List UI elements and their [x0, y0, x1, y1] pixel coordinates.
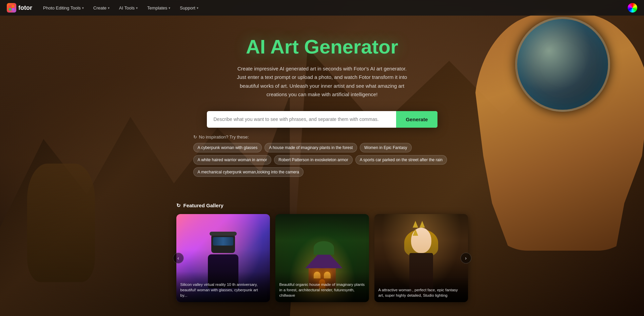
- chevron-down-icon: ▾: [82, 6, 84, 10]
- gallery-card-1[interactable]: Beautiful organic house made of imaginar…: [275, 214, 369, 302]
- gallery-grid: Silicon valley virtual reality 10 th ann…: [176, 214, 468, 302]
- inspiration-label: ↻ No inspiration? Try these:: [193, 134, 451, 140]
- tag-0[interactable]: A cyberpunk woman with glasses: [193, 143, 262, 152]
- svg-rect-0: [9, 5, 11, 7]
- chevron-down-icon: ▾: [169, 6, 170, 10]
- svg-rect-2: [9, 8, 11, 10]
- gallery-title-text: Featured Gallery: [183, 203, 223, 208]
- logo-icon: [7, 3, 16, 13]
- nav-ai-tools-label: AI Tools: [119, 5, 135, 10]
- search-container: Generate: [207, 111, 437, 128]
- color-wheel-icon[interactable]: [628, 3, 637, 13]
- nav-ai-tools[interactable]: AI Tools ▾: [115, 3, 142, 13]
- generate-button[interactable]: Generate: [396, 111, 437, 128]
- nav-support-label: Support: [180, 5, 195, 10]
- hero-content: AI Art Generator Create impressive AI ge…: [170, 16, 475, 190]
- gallery-card-2[interactable]: A attractive woman , perfect face, epic …: [374, 214, 468, 302]
- gallery-wrapper: ‹ Silicon valley virtual reality 10: [176, 214, 468, 302]
- gallery-refresh-icon[interactable]: ↻: [176, 203, 181, 209]
- svg-rect-1: [12, 5, 14, 7]
- tag-4[interactable]: Robert Patterson in exoskeleton armor: [274, 155, 352, 165]
- vr-headset: [211, 234, 235, 253]
- hero-subtitle: Create impressive AI generated art in se…: [234, 64, 410, 99]
- tag-1[interactable]: A house made of imaginary plants in the …: [265, 143, 357, 152]
- nav-templates[interactable]: Templates ▾: [143, 3, 174, 13]
- inspiration-text: No inspiration? Try these:: [199, 134, 249, 140]
- logo-text: fotor: [18, 4, 32, 12]
- tag-3[interactable]: A white haired warrior woman in armor: [193, 155, 272, 165]
- astronaut-helmet: [515, 17, 610, 112]
- tags-row: A cyberpunk woman with glasses A house m…: [193, 143, 451, 177]
- nav-create-label: Create: [93, 5, 106, 10]
- tag-2[interactable]: Women in Epic Fantasy: [360, 143, 412, 152]
- tag-6[interactable]: A mechanical cyberpunk woman,looking int…: [193, 167, 304, 177]
- prompt-input[interactable]: [207, 111, 396, 127]
- gallery-section: ↻ Featured Gallery ‹: [170, 203, 475, 302]
- card-caption-0: Silicon valley virtual reality 10 th ann…: [176, 272, 270, 302]
- nav-create[interactable]: Create ▾: [89, 3, 114, 13]
- hero-section: AI Art Generator Create impressive AI ge…: [0, 0, 644, 316]
- nav-photo-editing[interactable]: Photo Editing Tools ▾: [39, 3, 88, 13]
- navbar: fotor Photo Editing Tools ▾ Create ▾ AI …: [0, 0, 644, 16]
- gallery-title: ↻ Featured Gallery: [176, 203, 468, 209]
- gallery-next-button[interactable]: ›: [461, 253, 471, 264]
- svg-rect-3: [12, 8, 14, 10]
- chevron-down-icon: ▾: [108, 6, 110, 10]
- tag-5[interactable]: A sports car parked on the street after …: [355, 155, 447, 165]
- card-caption-2: A attractive woman , perfect face, epic …: [374, 277, 468, 302]
- nav-templates-label: Templates: [147, 5, 167, 10]
- inspiration-section: ↻ No inspiration? Try these: A cyberpunk…: [193, 134, 451, 177]
- page-title: AI Art Generator: [246, 36, 398, 58]
- chevron-down-icon: ▾: [136, 6, 138, 10]
- card-caption-1: Beautiful organic house made of imaginar…: [275, 272, 369, 302]
- nav-right: [628, 3, 637, 13]
- refresh-icon[interactable]: ↻: [193, 134, 197, 140]
- gallery-card-0[interactable]: Silicon valley virtual reality 10 th ann…: [176, 214, 270, 302]
- logo[interactable]: fotor: [7, 3, 32, 13]
- chevron-down-icon: ▾: [197, 6, 198, 10]
- astronaut-left-figure: [27, 164, 95, 282]
- nav-support[interactable]: Support ▾: [176, 3, 202, 13]
- nav-photo-editing-label: Photo Editing Tools: [43, 5, 81, 10]
- gallery-prev-button[interactable]: ‹: [173, 253, 184, 264]
